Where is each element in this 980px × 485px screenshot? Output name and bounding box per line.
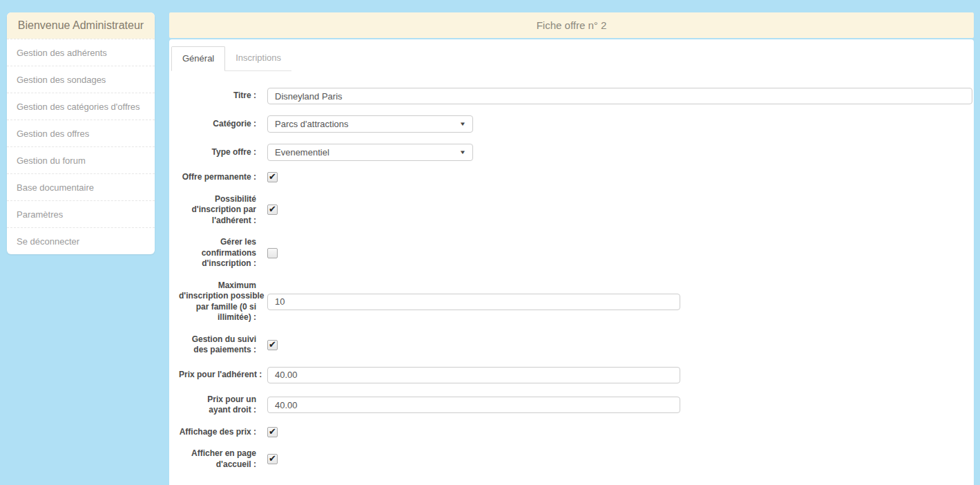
sidebar-item-gestion-forum[interactable]: Gestion du forum [7,146,155,173]
tab-general[interactable]: Général [171,46,225,71]
suivi-paiements-checkbox[interactable] [267,340,278,350]
maximum-inscription-label: Maximum d'inscription possible par famil… [179,280,256,323]
form-row-maximum-inscription: Maximum d'inscription possible par famil… [171,280,974,323]
form-row-type-offre: Type offre : Evenementiel ▼ [171,144,974,161]
sidebar-item-gestion-adherents[interactable]: Gestion des adhérents [7,39,155,66]
chevron-down-icon: ▼ [459,149,466,155]
categorie-selected-value: Parcs d'attractions [275,119,349,129]
affichage-prix-checkbox[interactable] [267,427,278,437]
form-row-prix-ayant-droit: Prix pour un ayant droit : [171,394,974,416]
form-row-categorie: Catégorie : Parcs d'attractions ▼ [171,115,974,133]
offre-permanente-label: Offre permanente : [179,172,256,183]
sidebar-item-parametres[interactable]: Paramètres [7,200,155,227]
confirmations-inscription-checkbox[interactable] [267,248,278,258]
form-row-afficher-accueil: Afficher en page d'accueil : [171,448,974,470]
sidebar-item-gestion-sondages[interactable]: Gestion des sondages [7,66,155,93]
prix-adherent-input[interactable] [267,367,680,383]
form-row-suivi-paiements: Gestion du suivi des paiements : [171,334,974,356]
type-offre-label: Type offre : [179,147,256,158]
page-title: Fiche offre n° 2 [169,12,974,38]
titre-input[interactable] [267,88,972,104]
sidebar-item-gestion-categories-offres[interactable]: Gestion des catégories d'offres [7,93,155,120]
prix-adherent-label: Prix pour l'adhérent : [179,370,256,381]
type-offre-select[interactable]: Evenementiel ▼ [267,144,473,161]
prix-ayant-droit-input[interactable] [267,397,680,413]
sidebar-item-se-deconnecter[interactable]: Se déconnecter [7,227,155,254]
possibilite-inscription-checkbox[interactable] [267,205,278,215]
maximum-inscription-input[interactable] [267,294,680,310]
titre-label: Titre : [179,91,256,102]
offer-form-panel: Général Inscriptions Titre : Catégorie :… [169,39,974,485]
main-panel: Fiche offre n° 2 Général Inscriptions Ti… [169,12,974,485]
type-offre-selected-value: Evenementiel [275,147,329,158]
prix-ayant-droit-label: Prix pour un ayant droit : [179,394,256,416]
sidebar: Bienvenue Administrateur Gestion des adh… [7,12,155,254]
categorie-select[interactable]: Parcs d'attractions ▼ [267,115,473,133]
form-row-confirmations-inscription: Gérer les confirmations d'inscription : [171,237,974,269]
chevron-down-icon: ▼ [459,121,466,127]
sidebar-item-base-documentaire[interactable]: Base documentaire [7,173,155,200]
possibilite-inscription-label: Possibilité d'inscription par l'adhérent… [179,194,256,227]
sidebar-item-gestion-offres[interactable]: Gestion des offres [7,120,155,146]
form-row-prix-adherent: Prix pour l'adhérent : [171,367,974,383]
form-row-offre-permanente: Offre permanente : [171,172,974,183]
affichage-prix-label: Affichage des prix : [179,427,256,438]
afficher-accueil-label: Afficher en page d'accueil : [179,448,256,470]
confirmations-inscription-label: Gérer les confirmations d'inscription : [179,237,256,269]
offre-permanente-checkbox[interactable] [267,172,278,182]
tab-inscriptions[interactable]: Inscriptions [225,46,291,70]
form-row-possibilite-inscription: Possibilité d'inscription par l'adhérent… [171,194,974,227]
sidebar-welcome-title: Bienvenue Administrateur [7,12,155,39]
form-row-titre: Titre : [171,88,974,104]
suivi-paiements-label: Gestion du suivi des paiements : [179,334,256,356]
offer-form: Titre : Catégorie : Parcs d'attractions … [171,88,974,470]
categorie-label: Catégorie : [179,119,256,130]
tab-bar: Général Inscriptions [171,46,291,71]
form-row-affichage-prix: Affichage des prix : [171,427,974,438]
afficher-accueil-checkbox[interactable] [267,454,278,464]
